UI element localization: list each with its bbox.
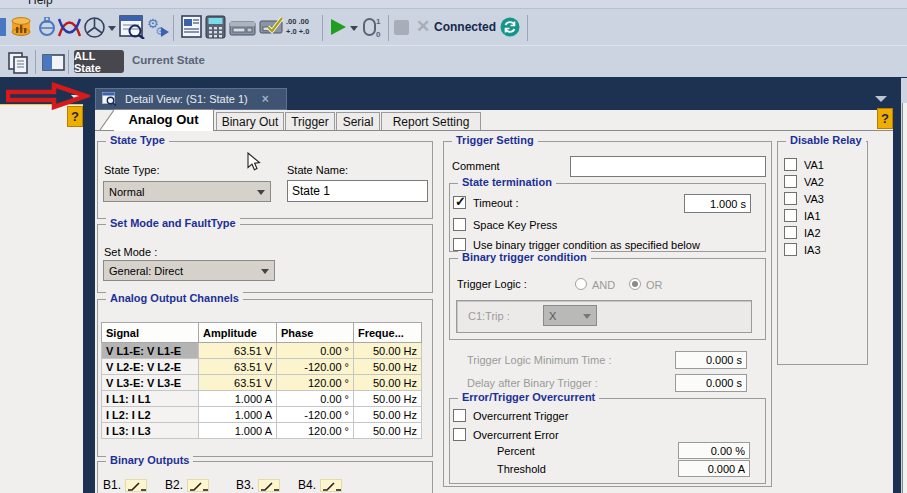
binary-signal-icon[interactable]: 10	[360, 14, 384, 39]
disable-relay-va3-checkbox[interactable]	[784, 192, 797, 205]
tab-report-setting[interactable]: Report Setting	[381, 112, 481, 130]
menu-help[interactable]: Help	[28, 0, 53, 7]
timeout-label: Timeout :	[473, 197, 518, 209]
open-contact-icon	[321, 480, 343, 493]
table-row: V L2-E: V L2-E 63.51 V -120.00 ° 50.00 H…	[102, 359, 422, 375]
window-menu-chevron-icon[interactable]	[875, 96, 887, 102]
binary-output-label-b2: B2.	[165, 478, 183, 492]
timeout-checkbox[interactable]	[453, 196, 466, 209]
generator-output-icon[interactable]	[8, 14, 33, 39]
c1-trip-select[interactable]: X	[543, 305, 597, 326]
overcurrent-trigger-label: Overcurrent Trigger	[473, 410, 568, 422]
tab-trigger[interactable]: Trigger	[285, 112, 335, 130]
vector-view-dropdown-icon[interactable]	[108, 26, 116, 31]
disable-relay-va2-checkbox[interactable]	[784, 175, 797, 188]
decimal-precision-icon[interactable]: .00 .00+.0 +.0	[286, 17, 318, 39]
current-state-button[interactable]: Current State	[132, 54, 205, 66]
threshold-input[interactable]	[678, 460, 750, 477]
copy-icon[interactable]	[6, 50, 30, 75]
col-phase[interactable]: Phase	[277, 323, 354, 343]
percent-label: Percent	[497, 445, 535, 457]
binary-output-state-b3[interactable]	[258, 479, 280, 492]
layout-panel-icon[interactable]	[41, 53, 65, 71]
state-type-group-title: State Type	[106, 134, 169, 146]
binary-output-label-b1: B1.	[103, 478, 121, 492]
auto-run-gears-icon[interactable]: ⚙⚙	[146, 14, 171, 39]
disable-relay-ia3-checkbox[interactable]	[784, 243, 797, 256]
run-button[interactable]	[328, 17, 348, 37]
analog-channels-table[interactable]: Signal Amplitude Phase Freque... V L1-E:…	[101, 322, 422, 439]
toolbar-separator	[68, 50, 69, 74]
space-key-checkbox[interactable]	[453, 218, 466, 231]
test-set-icon[interactable]	[228, 18, 256, 37]
binary-output-state-b4[interactable]	[320, 479, 342, 492]
overcurrent-error-label: Overcurrent Error	[473, 429, 559, 441]
toolbar-separator	[527, 15, 528, 41]
overcurrent-trigger-checkbox[interactable]	[453, 409, 466, 422]
comment-input[interactable]	[570, 156, 766, 177]
overcurrent-error-checkbox[interactable]	[453, 428, 466, 441]
all-state-button[interactable]: ALL State	[74, 50, 124, 73]
set-mode-label: Set Mode :	[104, 246, 157, 258]
report-view-icon[interactable]	[179, 14, 203, 39]
trigger-logic-min-time-input[interactable]	[675, 351, 747, 369]
numeric-panel-icon[interactable]	[204, 14, 226, 39]
threshold-label: Threshold	[497, 463, 546, 475]
state-name-input[interactable]	[287, 180, 428, 202]
clipped-icon[interactable]	[0, 18, 6, 36]
analog-output-channels-title: Analog Output Channels	[106, 292, 243, 304]
tab-serial[interactable]: Serial	[336, 112, 380, 130]
use-binary-trigger-label: Use binary trigger condition as specifie…	[473, 239, 700, 251]
stop-button[interactable]	[394, 20, 409, 35]
connection-status: Connected	[434, 20, 496, 34]
trigger-logic-or-radio[interactable]	[629, 278, 641, 290]
state-type-value: Normal	[109, 186, 144, 198]
table-row: I L2: I L2 1.000 A -120.00 ° 50.00 Hz	[102, 407, 422, 423]
disable-relay-ia3-label: IA3	[804, 244, 821, 256]
toolbar-separator	[35, 50, 36, 74]
trigger-logic-and-label: AND	[592, 279, 615, 291]
disconnect-icon[interactable]: ✕	[414, 16, 432, 38]
binary-output-state-b1[interactable]	[125, 479, 147, 492]
waveform-view-icon[interactable]	[56, 16, 82, 38]
assess-test-set-icon[interactable]	[258, 14, 284, 39]
help-badge-right[interactable]: ?	[877, 108, 893, 129]
tab-binary-out[interactable]: Binary Out	[216, 112, 284, 130]
table-row: I L3: I L3 1.000 A 120.00 ° 50.00 Hz	[102, 423, 422, 439]
menu-bar: Help	[0, 0, 907, 8]
col-amplitude[interactable]: Amplitude	[199, 323, 277, 343]
delay-after-binary-trigger-input[interactable]	[675, 374, 747, 392]
c1-trip-label: C1:Trip :	[468, 310, 510, 322]
vector-view-icon[interactable]	[83, 15, 106, 39]
trigger-logic-and-radio[interactable]	[575, 278, 587, 290]
col-signal[interactable]: Signal	[102, 323, 199, 343]
disable-relay-va1-checkbox[interactable]	[784, 158, 797, 171]
trigger-logic-label: Trigger Logic :	[457, 278, 527, 290]
state-toolbar: ALL State Current State	[0, 45, 907, 77]
chevron-down-icon	[257, 190, 265, 195]
disable-relay-ia2-checkbox[interactable]	[784, 226, 797, 239]
binary-output-state-b2[interactable]	[187, 479, 209, 492]
binary-outputs-title: Binary Outputs	[106, 454, 193, 466]
table-header-row: Signal Amplitude Phase Freque...	[102, 323, 422, 343]
detail-view-close-icon[interactable]: ×	[262, 92, 269, 106]
state-type-select[interactable]: Normal	[103, 181, 271, 202]
detail-view-title: Detail View: (S1: State 1)	[125, 93, 248, 105]
detail-view-tabstrip	[95, 110, 893, 130]
set-mode-select[interactable]: General: Direct	[103, 260, 275, 281]
disable-relay-ia1-checkbox[interactable]	[784, 209, 797, 222]
run-dropdown-icon[interactable]	[350, 26, 358, 31]
state-type-label: State Type:	[104, 164, 159, 176]
timeout-input[interactable]	[684, 194, 751, 213]
red-arrow-annotation	[6, 82, 90, 110]
detail-view-icon[interactable]	[118, 14, 145, 39]
phasor-pin-icon[interactable]	[36, 16, 57, 38]
disable-relay-title: Disable Relay	[786, 134, 866, 146]
toolbar-separator	[322, 15, 323, 41]
col-frequency[interactable]: Freque...	[354, 323, 422, 343]
use-binary-trigger-checkbox[interactable]	[453, 238, 466, 251]
detail-view-title-tab[interactable]: Detail View: (S1: State 1) ×	[95, 88, 287, 110]
tab-analog-out[interactable]: Analog Out	[114, 109, 214, 131]
percent-input[interactable]	[678, 442, 750, 459]
sync-connection-icon[interactable]	[500, 17, 520, 37]
